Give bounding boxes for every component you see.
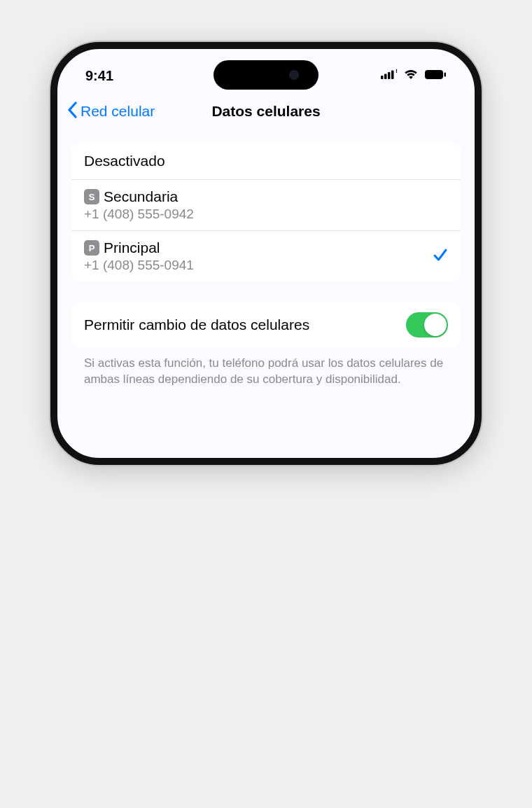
wifi-icon — [403, 69, 419, 83]
line-badge-icon: P — [84, 240, 99, 256]
line-number: +1 (408) 555-0941 — [84, 258, 194, 273]
line-off-label: Desactivado — [84, 153, 165, 169]
status-bar: 9:41 ! — [57, 49, 475, 94]
line-badge-icon: S — [84, 189, 99, 204]
back-label: Red celular — [80, 103, 155, 120]
switch-label: Permitir cambio de datos celulares — [84, 316, 309, 333]
status-time: 9:41 — [85, 68, 113, 84]
svg-rect-3 — [391, 71, 394, 80]
back-button[interactable]: Red celular — [67, 101, 155, 122]
checkmark-icon — [433, 247, 448, 265]
line-option-off[interactable]: Desactivado — [71, 143, 461, 180]
svg-rect-2 — [388, 72, 391, 79]
line-name: Secundaria — [104, 188, 178, 205]
allow-data-switch[interactable] — [406, 312, 448, 337]
svg-text:!: ! — [396, 69, 398, 74]
status-icons: ! — [381, 69, 447, 83]
allow-data-switch-row: Permitir cambio de datos celulares — [71, 302, 461, 347]
content: Desactivado S Secundaria +1 (408) 555-09… — [57, 129, 475, 388]
line-info: P Principal +1 (408) 555-0941 — [84, 239, 194, 273]
line-name: Principal — [104, 239, 160, 256]
lines-group: Desactivado S Secundaria +1 (408) 555-09… — [71, 143, 461, 281]
nav-bar: Red celular Datos celulares — [57, 94, 475, 129]
line-info: S Secundaria +1 (408) 555-0942 — [84, 188, 194, 222]
switch-group: Permitir cambio de datos celulares — [71, 302, 461, 347]
svg-rect-1 — [384, 74, 387, 80]
line-option-secondary[interactable]: S Secundaria +1 (408) 555-0942 — [71, 180, 461, 231]
cellular-icon: ! — [381, 69, 398, 82]
page-title: Datos celulares — [211, 103, 320, 120]
battery-icon — [424, 69, 447, 83]
switch-footer-text: Si activas esta función, tu teléfono pod… — [71, 351, 461, 388]
chevron-left-icon — [67, 101, 78, 122]
phone-frame: 9:41 ! Red celular Datos celulares D — [50, 42, 482, 465]
line-number: +1 (408) 555-0942 — [84, 207, 194, 222]
svg-rect-5 — [425, 70, 443, 79]
line-option-primary[interactable]: P Principal +1 (408) 555-0941 — [71, 231, 461, 281]
svg-rect-0 — [381, 76, 384, 79]
svg-rect-6 — [444, 72, 447, 76]
